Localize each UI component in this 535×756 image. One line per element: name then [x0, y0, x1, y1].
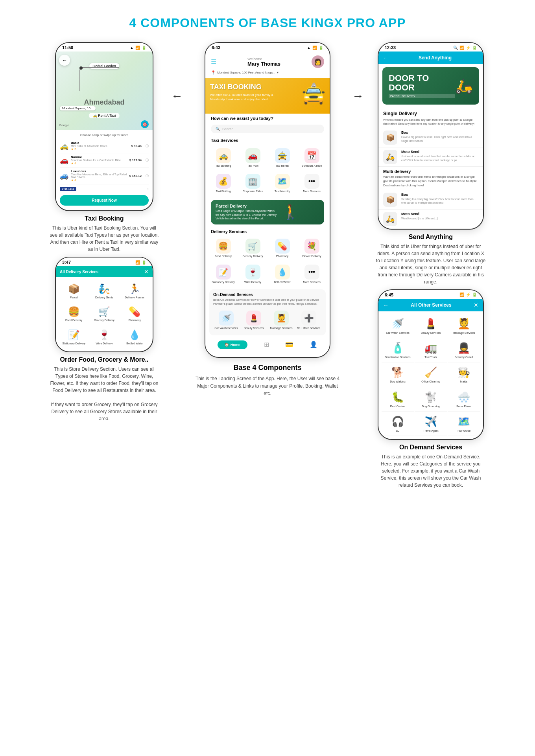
request-now-button[interactable]: Request Now [60, 195, 149, 206]
arrow-left[interactable]: ← [171, 89, 183, 103]
close-button[interactable]: ✕ [144, 269, 149, 275]
list-item[interactable]: 💧 Bottled Water [120, 326, 149, 348]
back-button[interactable]: ← [59, 55, 70, 66]
box-name: Box [401, 131, 478, 134]
luxury-stars: ★ 4 [71, 178, 127, 182]
service-more-ondemand[interactable]: ➕ 50+ More Services [296, 308, 322, 332]
send-option-multi-box[interactable]: 📦 Box Sending too many big boxes? Click … [378, 190, 483, 210]
normal-info[interactable]: ⓘ [146, 158, 149, 162]
list-item[interactable]: 📦 Parcel [59, 280, 89, 302]
moto-desc: Just want to send small item that can be… [401, 155, 478, 162]
service-corporate[interactable]: 🏢 Corporate Rides [239, 171, 267, 195]
list-item[interactable]: 🍷 Wine Delivery [89, 326, 119, 348]
list-item[interactable]: 💊 Pharmacy [120, 303, 149, 325]
moto-icon: 🛵 [383, 150, 397, 164]
service-food-delivery[interactable]: 🍔 Food Delivery [209, 236, 237, 260]
search-bar[interactable]: 🔍 Search [211, 125, 324, 133]
list-item[interactable]: 🐩 Dog Grooming [415, 388, 447, 412]
list-item[interactable]: 🐕 Dog Walking [382, 363, 414, 387]
list-item[interactable]: 💆 Massage Services [448, 315, 480, 338]
service-more-delivery[interactable]: ••• More Services [298, 262, 326, 286]
parcel-label: Parcel [70, 296, 78, 299]
service-intercity[interactable]: 🗺️ Taxi Intercity [268, 171, 296, 195]
list-item[interactable]: 🎧 DJ [382, 412, 414, 436]
maids-icon: 🧑‍🍳 [458, 366, 470, 379]
service-massage[interactable]: 💆 Massage Services [268, 308, 294, 332]
ondemand-close-icon[interactable]: ✕ [474, 302, 478, 308]
list-item[interactable]: 🍔 Food Delivery [59, 303, 89, 325]
back-icon[interactable]: ← [383, 55, 389, 61]
parcel-banner[interactable]: Parcel Delivery Send Single or Multiple … [211, 200, 324, 224]
nav-profile[interactable]: 👤 [310, 341, 317, 348]
service-flower-delivery[interactable]: 💐 Flower Delivery [298, 236, 326, 260]
location-pin-icon: 📍 [211, 70, 216, 75]
list-item[interactable]: 🧑‍🍳 Maids [448, 363, 480, 387]
service-pharmacy-delivery[interactable]: 💊 Pharmacy [268, 236, 296, 260]
security-guard-icon: 💂 [458, 342, 470, 354]
list-item[interactable]: 💄 Beauty Services [415, 315, 447, 338]
pharmacy-delivery-icon: 💊 [275, 239, 290, 254]
basic-name: Basic [71, 141, 129, 145]
send-header: ← Send Anything [378, 52, 483, 64]
taxi-option-normal[interactable]: 🚗 Normal Spacious Sedans for a Comfortab… [60, 153, 149, 167]
normal-price: $ 117.34 [129, 158, 142, 162]
beauty-label: Beauty Services [244, 327, 264, 330]
search-placeholder: Search [222, 127, 234, 131]
send-option-multi-moto[interactable]: 🛵 Moto Send Want to send [is to differen… [378, 210, 483, 229]
service-stationery-delivery[interactable]: 📝 Stationery Delivery [209, 262, 237, 286]
service-schedule[interactable]: 📅 Schedule A Ride [298, 146, 326, 170]
taxi-banner[interactable]: TAXI BOOKING We offer suv & luxuries tax… [205, 78, 330, 114]
travel-agent-icon: ✈️ [424, 416, 437, 428]
service-carwash[interactable]: 🚿 Car Wash Services [213, 308, 239, 332]
send-option-box[interactable]: 📦 Box Have a big parcel to send! Click r… [378, 128, 483, 147]
taxi-option-luxury[interactable]: 🚙 Luxurious Cars like Mercedes Benz, Eli… [60, 167, 149, 184]
list-item[interactable]: 🚛 Tow Truck [415, 339, 447, 362]
ondemand-back-icon[interactable]: ← [383, 302, 389, 308]
wallet-icon: 💳 [285, 341, 293, 348]
list-item[interactable]: 🚿 Car Wash Services [382, 315, 414, 338]
nav-home-button[interactable]: 🏠 Home [218, 340, 247, 349]
wine-delivery-icon: 🍷 [245, 265, 260, 280]
service-wine-delivery[interactable]: 🍷 Wine Delivery [239, 262, 267, 286]
more-delivery-label: More Services [303, 281, 321, 284]
service-taxi-pool[interactable]: 🚗 Taxi Pool [239, 146, 267, 170]
list-item[interactable]: ✈️ Travel Agent [415, 412, 447, 436]
scooter-icon: 🛵 [455, 78, 473, 94]
service-grocery-delivery[interactable]: 🛒 Grocery Delivery [239, 236, 267, 260]
list-item[interactable]: 🏃 Delivery Runner [120, 280, 149, 302]
list-item[interactable]: 🧴 Sanitization Services [382, 339, 414, 362]
travel-agent-label: Travel Agent [423, 429, 438, 432]
taxi-option-basic[interactable]: 🚕 Basic Mini Cabs at Affordable Rates ★ … [60, 139, 149, 153]
service-beauty[interactable]: 💄 Beauty Services [241, 308, 267, 332]
list-item[interactable]: 🛒 Grocery Delivery [89, 303, 119, 325]
list-item[interactable]: 📝 Stationery Delivery [59, 326, 89, 348]
order-desc-title: Order Food, Grocery & More.. [49, 356, 159, 363]
more-ondemand-icon: ➕ [301, 311, 316, 326]
list-item[interactable]: 🌨️ Snow Plows [448, 388, 480, 412]
service-bidding[interactable]: 💰 Taxi Bidding [209, 171, 237, 195]
welcome-text: Welcome [247, 57, 280, 61]
send-option-moto[interactable]: 🛵 Moto Send Just want to send small item… [378, 147, 483, 167]
service-taxi-booking[interactable]: 🚕 Taxi Booking [209, 146, 237, 170]
door-banner[interactable]: DOOR TO DOOR PARCEL DELIVERY 🛵 [382, 67, 479, 105]
list-item[interactable]: 🧞 Delivery Genie [89, 280, 119, 302]
main-desc-text: This is the Landing Screen of the App. H… [195, 375, 340, 398]
service-water-delivery[interactable]: 💧 Bottled Water [268, 262, 296, 286]
list-item[interactable]: 🗺️ Tour Guide [448, 412, 480, 436]
list-item[interactable]: 🐛 Pest Control [382, 388, 414, 412]
hamburger-menu[interactable]: ☰ [211, 58, 216, 66]
water-icon: 💧 [129, 329, 140, 340]
maids-label: Maids [460, 380, 468, 383]
wine-icon: 🍷 [98, 329, 110, 340]
basic-info[interactable]: ⓘ [146, 144, 149, 148]
nav-wallet[interactable]: 💳 [285, 341, 293, 348]
nav-grid[interactable]: ⊞ [264, 341, 269, 348]
service-taxi-rental[interactable]: 🚖 Taxi Rental [268, 146, 296, 170]
list-item[interactable]: 🧹 Office Cleaning [415, 363, 447, 387]
arrow-right[interactable]: → [352, 89, 364, 103]
service-more-taxi[interactable]: ••• More Services [298, 171, 326, 195]
office-cleaning-icon: 🧹 [424, 366, 437, 379]
taxi-rental-icon: 🚖 [275, 148, 290, 163]
list-item[interactable]: 💂 Security Guard [448, 339, 480, 362]
luxury-info[interactable]: ⓘ [146, 174, 149, 178]
